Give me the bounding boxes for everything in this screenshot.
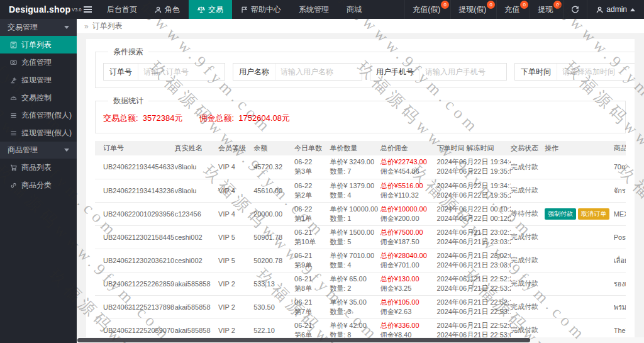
cell-status: 完成付款	[511, 272, 545, 295]
cell-today-orders: 06-22第2单	[294, 179, 330, 202]
cell-status: 等待付款	[511, 202, 545, 225]
quick-withdraw[interactable]: 提现 0	[530, 0, 563, 19]
top-nav: 后台首页 角色 交易 帮助中心 系统管理 商城	[98, 0, 370, 19]
orders-table: 订单号 真实姓名 会员等级 余额 今日单数 单价数量 总价佣金 下单时间 解冻时…	[95, 141, 626, 343]
table-row: UB2406212302036210 ceshi002 VIP 5 50200.…	[95, 249, 626, 272]
sidebar-item-recharge-fake[interactable]: 充值管理(假人)	[0, 106, 77, 124]
filter-user-name: 用户名称	[233, 63, 362, 81]
quick-withdraw-fake[interactable]: 提现(假) 0	[450, 0, 496, 19]
topbar-right: 充值(假) 0 提现(假) 0 充值 0 提现 0 admin	[404, 0, 644, 19]
cell-times: 2024年06月22日 19:34:142024年06月22日 19:35:25	[436, 179, 511, 202]
cell-order-no: UB2406220010293956	[95, 202, 175, 225]
filter-user-phone: 用户手机号	[370, 63, 507, 81]
filter-order-time: 下单时间	[514, 63, 635, 81]
username: admin	[606, 5, 627, 14]
cell-total-commission: 总价¥5516.00佣金¥110.32	[380, 179, 437, 202]
table-row: UB2406220010293956 c123456 VIP 4 20000.0…	[95, 202, 626, 225]
lines-icon	[10, 112, 17, 119]
cell-name: akai585858	[175, 272, 218, 295]
commission-total: 佣金总额: 1752604.08元	[199, 113, 290, 124]
nav-item-home[interactable]: 后台首页	[98, 0, 146, 19]
search-legend: 条件搜索	[108, 47, 148, 57]
sidebar-group-trade[interactable]: 交易管理	[0, 19, 77, 36]
cell-balance: 50901.78	[253, 225, 294, 249]
cell-unit-qty: 单价¥ 7010.00数量: 4	[330, 249, 380, 272]
user-menu[interactable]: admin	[587, 0, 644, 19]
horizontal-scrollbar[interactable]	[77, 337, 644, 343]
sidebar-item-withdraw-mgmt[interactable]: 提现管理	[0, 71, 77, 89]
hamburger-menu-icon[interactable]	[77, 0, 98, 19]
search-fieldset: 条件搜索 订单号 用户名称 用户手机号 下单时间	[95, 47, 635, 88]
table-row: UB2406221934454633 v8laolu VIP 4 45720.3…	[95, 155, 626, 179]
cell-product: รองเท้าและ รองเท้าใส่ในบ้าน รองเท้านวด ร…	[614, 272, 626, 295]
cell-today-orders: 06-22第1单	[294, 202, 330, 225]
app-logo: Desigual.shop V3.0	[0, 0, 77, 19]
badge-count: 0	[487, 1, 495, 9]
cell-status: 完成付款	[511, 155, 545, 179]
sidebar-item-recharge-mgmt[interactable]: 充值管理	[0, 53, 77, 71]
table-row: UB2406212252137898 akai585858 VIP 2 530.…	[95, 295, 626, 318]
cell-today-orders: 06-21第7单	[294, 295, 330, 318]
cell-product: Post-modernity Two Drawer Mirror Nightst…	[614, 225, 626, 249]
refresh-icon[interactable]	[563, 0, 587, 19]
link-icon	[10, 182, 17, 189]
user-name-input[interactable]	[275, 64, 362, 80]
person-icon	[596, 6, 603, 13]
cell-times: 2024年06月22日 00:10:292024年06月22日 00:12:29	[436, 202, 511, 225]
dashboard-icon	[10, 94, 17, 101]
nav-item-mall[interactable]: 商城	[338, 0, 370, 19]
scrollbar-thumb[interactable]	[77, 338, 530, 342]
cell-level: VIP 5	[218, 225, 253, 249]
cell-name: v8laolu	[175, 155, 218, 179]
scales-icon	[197, 6, 205, 13]
nav-item-help[interactable]: 帮助中心	[232, 0, 290, 19]
user-phone-input[interactable]	[419, 64, 506, 80]
cell-times: 2024年06月22日 19:34:452024年06月22日 19:35:59	[436, 155, 511, 179]
cell-balance: 45720.32	[253, 155, 294, 179]
stats-legend: 数据统计	[108, 96, 148, 106]
nav-item-trade[interactable]: 交易	[189, 0, 232, 19]
nav-item-role[interactable]: 角色	[146, 0, 189, 19]
force-pay-button[interactable]: 强制付款	[545, 208, 576, 220]
sidebar-item-goods-list[interactable]: 商品列表	[0, 159, 77, 176]
chevron-up-icon	[630, 8, 635, 11]
cell-level: VIP 5	[218, 249, 253, 272]
cell-today-orders: 06-22第3单	[294, 155, 330, 179]
sidebar-item-withdraw-fake[interactable]: 提现管理(假人)	[0, 124, 77, 142]
cell-balance: 530.50	[253, 295, 294, 318]
cell-order-no: UB2406212302158445	[95, 225, 175, 249]
cell-times: 2024年06月21日 22:52:262024年06月21日 22:53:29	[436, 272, 511, 295]
col-header-order-no: 订单号	[95, 141, 175, 155]
cell-balance: 50200.78	[253, 249, 294, 272]
col-header-times: 下单时间 解冻时间	[436, 141, 511, 155]
user-icon	[155, 6, 162, 13]
order-no-input[interactable]	[138, 64, 225, 80]
sidebar-item-goods-category[interactable]: 商品分类	[0, 176, 77, 194]
quick-recharge-fake[interactable]: 充值(假) 0	[404, 0, 450, 19]
list-icon	[10, 42, 17, 48]
col-header-product: 商品名称	[614, 141, 626, 155]
cell-today-orders: 06-21第9单	[294, 249, 330, 272]
table-row: UB2406212302158445 ceshi002 VIP 5 50901.…	[95, 225, 626, 249]
table-row: UB2406212252262859 akai585858 VIP 2 533.…	[95, 272, 626, 295]
cell-total-commission: 总价¥28040.00佣金¥701.00	[380, 249, 437, 272]
cell-order-no: UB2406212252137898	[95, 295, 175, 318]
table-row: UB2406221934143236 v8laolu VIP 4 45610.0…	[95, 179, 626, 202]
cell-name: v8laolu	[175, 179, 218, 202]
order-time-input[interactable]	[557, 64, 635, 80]
cell-balance: 20000.00	[253, 202, 294, 225]
sidebar-group-goods[interactable]: 商品管理	[0, 142, 77, 159]
app-logo-text: Desigual.shop	[9, 4, 70, 14]
col-header-name: 真实姓名	[175, 141, 218, 155]
nav-item-system[interactable]: 系统管理	[290, 0, 338, 19]
chevron-down-icon	[64, 149, 69, 152]
cell-actions	[545, 155, 614, 179]
quick-recharge[interactable]: 充值 0	[496, 0, 530, 19]
cell-level: VIP 4	[218, 202, 253, 225]
sidebar-item-order-list[interactable]: 订单列表	[0, 36, 77, 53]
cancel-order-button[interactable]: 取消订单	[578, 208, 609, 220]
col-header-unit-qty: 单价数量	[330, 141, 380, 155]
sidebar-item-trade-control[interactable]: 交易控制	[0, 89, 77, 106]
breadcrumb: » 订单列表	[77, 19, 644, 34]
chevron-down-icon	[64, 26, 69, 29]
